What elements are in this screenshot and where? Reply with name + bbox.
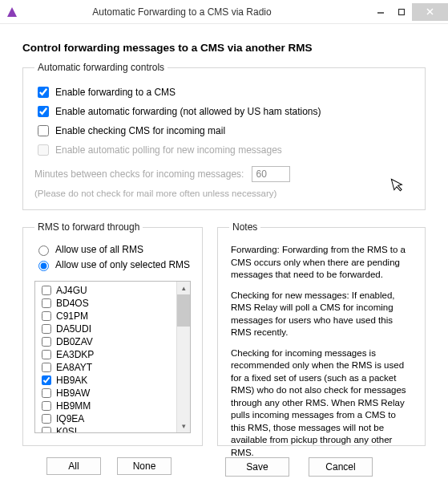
automatic-forwarding-controls-group: Automatic forwarding controls Enable for… <box>22 62 426 210</box>
list-item-label: BD4OS <box>56 298 89 309</box>
list-item[interactable]: IQ9EA <box>38 412 173 425</box>
scroll-up-icon[interactable]: ▴ <box>177 282 190 294</box>
radio-all-rms[interactable] <box>38 245 49 256</box>
window-buttons <box>370 3 448 21</box>
list-item[interactable]: HB9AW <box>38 387 173 400</box>
list-item-checkbox[interactable] <box>42 286 51 295</box>
list-item-label: DB0ZAV <box>56 336 93 347</box>
list-item-label: AJ4GU <box>56 285 87 296</box>
list-item-label: HB9MM <box>56 400 91 412</box>
enable-checking-checkbox[interactable] <box>38 125 49 136</box>
list-item-checkbox[interactable] <box>42 388 51 398</box>
enable-forwarding-checkbox[interactable] <box>38 87 49 98</box>
notes-legend: Notes <box>229 221 260 233</box>
minutes-note: (Please do not check for mail more often… <box>34 189 414 198</box>
svg-rect-2 <box>399 9 405 14</box>
list-item[interactable]: EA8AYT <box>38 361 173 374</box>
list-item-checkbox[interactable] <box>42 414 51 424</box>
enable-auto-label: Enable automatic forwarding (not allowed… <box>55 106 321 117</box>
list-item-checkbox[interactable] <box>42 375 51 385</box>
notes-p3: Checking for incoming messages is recomm… <box>231 347 412 460</box>
list-item[interactable]: AJ4GU <box>38 284 173 297</box>
notes-p1: Forwarding: Forwarding from the RMS to a… <box>231 244 412 282</box>
scroll-down-icon[interactable]: ▾ <box>177 420 190 432</box>
list-item-checkbox[interactable] <box>42 311 51 321</box>
maximize-button[interactable] <box>391 3 412 21</box>
list-item-label: K0SI <box>56 426 77 432</box>
list-item-label: HB9AW <box>56 387 90 399</box>
list-item-label: EA3DKP <box>56 349 94 360</box>
rms-legend: RMS to forward through <box>34 221 143 233</box>
none-button[interactable]: None <box>117 457 172 475</box>
app-icon <box>6 6 18 18</box>
page-heading: Control forwarding messages to a CMS via… <box>22 42 426 54</box>
list-item-checkbox[interactable] <box>42 401 51 411</box>
radio-all-label: Allow use of all RMS <box>55 244 143 255</box>
enable-checking-label: Enable checking CMS for incoming mail <box>55 125 225 136</box>
list-item-label: EA8AYT <box>56 362 92 373</box>
notes-group: Notes Forwarding: Forwarding from the RM… <box>217 221 426 446</box>
minimize-button[interactable] <box>370 3 391 21</box>
list-item[interactable]: HB9AK <box>38 374 173 387</box>
list-item[interactable]: C91PM <box>38 310 173 323</box>
list-item-checkbox[interactable] <box>42 298 51 308</box>
enable-forwarding-label: Enable forwarding to a CMS <box>55 87 176 98</box>
rms-forward-group: RMS to forward through Allow use of all … <box>22 221 203 446</box>
enable-polling-checkbox <box>38 144 49 156</box>
minutes-label: Minutes between checks for incoming mess… <box>34 168 244 180</box>
list-item[interactable]: DA5UDI <box>38 323 173 335</box>
list-item-label: HB9AK <box>56 375 87 386</box>
list-item[interactable]: DB0ZAV <box>38 335 173 348</box>
enable-auto-checkbox[interactable] <box>38 106 49 117</box>
list-item-checkbox[interactable] <box>42 350 51 359</box>
radio-selected-rms[interactable] <box>38 261 49 271</box>
list-item-checkbox[interactable] <box>42 337 51 347</box>
svg-marker-0 <box>7 7 17 17</box>
list-item-checkbox[interactable] <box>42 324 51 334</box>
notes-p2: Checking for new messages: If enabled, R… <box>231 290 412 339</box>
list-item[interactable]: HB9MM <box>38 400 173 412</box>
rms-listbox[interactable]: AJ4GUBD4OSC91PMDA5UDIDB0ZAVEA3DKPEA8AYTH… <box>34 281 191 433</box>
list-item-checkbox[interactable] <box>42 427 51 432</box>
list-item[interactable]: K0SI <box>38 425 173 432</box>
scroll-thumb[interactable] <box>177 294 190 327</box>
list-item[interactable]: EA3DKP <box>38 348 173 361</box>
list-item-checkbox[interactable] <box>42 363 51 372</box>
window-title: Automatic Forwarding to a CMS via Radio <box>26 6 370 18</box>
minutes-input[interactable] <box>252 166 290 182</box>
all-button[interactable]: All <box>46 457 101 475</box>
save-button[interactable]: Save <box>225 457 289 477</box>
list-item-label: IQ9EA <box>56 413 84 424</box>
controls-legend: Automatic forwarding controls <box>34 62 167 73</box>
close-button[interactable] <box>412 3 448 21</box>
list-item-label: DA5UDI <box>56 323 91 335</box>
enable-polling-label: Enable automatic polling for new incomin… <box>55 144 282 156</box>
radio-selected-label: Allow use of only selected RMS <box>55 259 190 270</box>
scrollbar[interactable]: ▴ ▾ <box>176 282 190 432</box>
cancel-button[interactable]: Cancel <box>309 457 373 477</box>
title-bar: Automatic Forwarding to a CMS via Radio <box>0 0 448 24</box>
list-item-label: C91PM <box>56 310 88 322</box>
list-item[interactable]: BD4OS <box>38 297 173 310</box>
